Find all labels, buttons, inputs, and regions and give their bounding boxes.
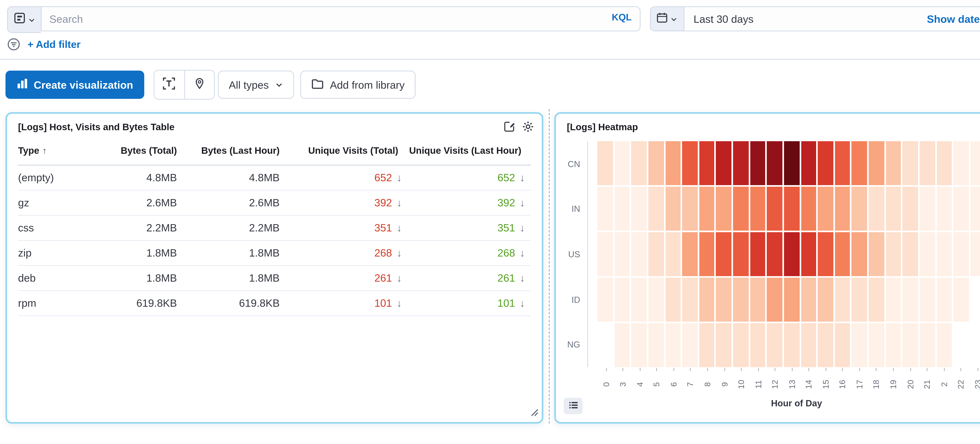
heatmap-cell[interactable] — [750, 141, 765, 185]
heatmap-cell[interactable] — [937, 187, 952, 231]
heatmap-cell[interactable] — [953, 141, 969, 185]
heatmap-cell[interactable] — [682, 141, 698, 185]
heatmap-cell[interactable] — [784, 323, 800, 367]
heatmap-cell[interactable] — [682, 323, 698, 367]
heatmap-cell[interactable] — [767, 323, 783, 367]
heatmap-cell[interactable] — [682, 232, 698, 276]
heatmap-cell[interactable] — [852, 187, 867, 231]
heatmap-cell[interactable] — [631, 141, 647, 185]
heatmap-cell[interactable] — [818, 232, 834, 276]
heatmap-cell[interactable] — [614, 232, 630, 276]
heatmap-cell[interactable] — [733, 141, 749, 185]
add-text-panel-button[interactable] — [154, 70, 184, 99]
column-header-bytes-total[interactable]: Bytes (Total) — [90, 136, 177, 165]
resize-handle-icon[interactable] — [529, 406, 539, 420]
heatmap-cell[interactable] — [852, 278, 867, 322]
heatmap-cell[interactable] — [733, 232, 749, 276]
heatmap-cell[interactable] — [835, 187, 850, 231]
heatmap-cell[interactable] — [784, 278, 800, 322]
heatmap-cell[interactable] — [920, 187, 935, 231]
heatmap-cell[interactable] — [801, 141, 816, 185]
heatmap-cell[interactable] — [716, 232, 732, 276]
column-header-type[interactable]: Type↑ — [18, 136, 90, 165]
heatmap-cell[interactable] — [784, 187, 800, 231]
heatmap-cell[interactable] — [665, 187, 681, 231]
heatmap-cell[interactable] — [818, 323, 834, 367]
heatmap-cell[interactable] — [818, 141, 834, 185]
add-filter-button[interactable]: + Add filter — [27, 38, 81, 50]
heatmap-cell[interactable] — [937, 232, 952, 276]
heatmap-cell[interactable] — [648, 278, 664, 322]
heatmap-cell[interactable] — [631, 187, 647, 231]
heatmap-cell[interactable] — [699, 141, 714, 185]
heatmap-cell[interactable] — [699, 278, 714, 322]
heatmap-cell[interactable] — [733, 323, 749, 367]
heatmap-cell[interactable] — [767, 278, 783, 322]
gear-icon[interactable] — [522, 121, 534, 133]
heatmap-cell[interactable] — [886, 232, 901, 276]
saved-query-menu-button[interactable] — [7, 6, 41, 33]
heatmap-cell[interactable] — [801, 187, 816, 231]
heatmap-cell[interactable] — [750, 278, 765, 322]
heatmap-cell[interactable] — [665, 232, 681, 276]
add-from-library-button[interactable]: Add from library — [300, 70, 415, 99]
heatmap-cell[interactable] — [886, 278, 901, 322]
heatmap-cell[interactable] — [852, 232, 867, 276]
heatmap-cell[interactable] — [648, 187, 664, 231]
heatmap-cell[interactable] — [597, 141, 613, 185]
heatmap-cell[interactable] — [767, 187, 783, 231]
heatmap-cell[interactable] — [716, 323, 732, 367]
column-header-bytes-last-hour[interactable]: Bytes (Last Hour) — [177, 136, 300, 165]
heatmap-cell[interactable] — [869, 323, 884, 367]
legend-toggle-button[interactable] — [564, 398, 582, 414]
heatmap-cell[interactable] — [920, 278, 935, 322]
panel-table-header[interactable]: [Logs] Host, Visits and Bytes Table — [7, 114, 542, 135]
heatmap-cell[interactable] — [614, 323, 630, 367]
heatmap-cell[interactable] — [665, 278, 681, 322]
heatmap-cell[interactable] — [920, 323, 935, 367]
heatmap-cell[interactable] — [869, 141, 884, 185]
heatmap-cell[interactable] — [750, 232, 765, 276]
heatmap-cell[interactable] — [835, 232, 850, 276]
heatmap-cell[interactable] — [716, 141, 732, 185]
heatmap-cell[interactable] — [648, 141, 664, 185]
heatmap-cell[interactable] — [886, 141, 901, 185]
heatmap-cell[interactable] — [902, 141, 918, 185]
heatmap-cell[interactable] — [886, 323, 901, 367]
column-header-visits-total[interactable]: Unique Visits (Total) — [300, 136, 408, 165]
heatmap-cell[interactable] — [953, 278, 969, 322]
heatmap-cell[interactable] — [767, 141, 783, 185]
all-types-dropdown[interactable]: All types — [218, 70, 294, 99]
show-dates-button[interactable]: Show dates — [918, 13, 980, 25]
heatmap-cell[interactable] — [784, 232, 800, 276]
heatmap-cell[interactable] — [716, 278, 732, 322]
heatmap-cell[interactable] — [597, 187, 613, 231]
heatmap-cell[interactable] — [716, 187, 732, 231]
heatmap-cell[interactable] — [920, 141, 935, 185]
heatmap-cell[interactable] — [970, 141, 980, 185]
filter-menu-icon[interactable] — [7, 38, 21, 51]
heatmap-cell[interactable] — [937, 141, 952, 185]
heatmap-cell[interactable] — [886, 187, 901, 231]
heatmap-cell[interactable] — [937, 323, 952, 367]
heatmap-cell[interactable] — [902, 232, 918, 276]
heatmap-cell[interactable] — [902, 278, 918, 322]
date-picker-menu-button[interactable] — [650, 7, 684, 30]
heatmap-cell[interactable] — [953, 187, 969, 231]
heatmap-cell[interactable] — [665, 141, 681, 185]
heatmap-cell[interactable] — [682, 278, 698, 322]
heatmap-cell[interactable] — [852, 323, 867, 367]
heatmap-cell[interactable] — [902, 187, 918, 231]
heatmap-cell[interactable] — [648, 323, 664, 367]
heatmap-cell[interactable] — [869, 187, 884, 231]
heatmap-cell[interactable] — [682, 187, 698, 231]
heatmap-cell[interactable] — [920, 232, 935, 276]
create-visualization-button[interactable]: Create visualization — [5, 70, 144, 99]
heatmap-cell[interactable] — [665, 323, 681, 367]
heatmap-cell[interactable] — [631, 278, 647, 322]
heatmap-cell[interactable] — [699, 232, 714, 276]
heatmap-cell[interactable] — [801, 232, 816, 276]
heatmap-cell[interactable] — [614, 141, 630, 185]
heatmap-cell[interactable] — [835, 141, 850, 185]
heatmap-cell[interactable] — [631, 323, 647, 367]
